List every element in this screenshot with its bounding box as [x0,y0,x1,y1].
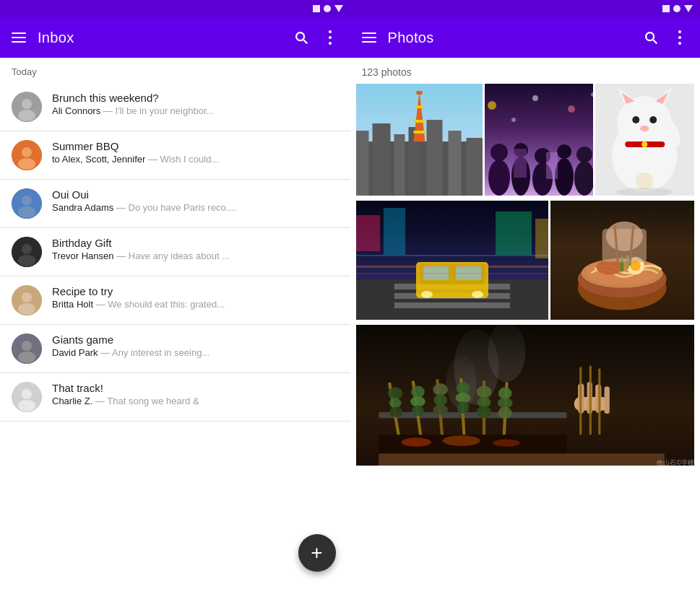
svg-rect-27 [356,131,369,196]
compose-fab[interactable]: + [298,534,336,572]
svg-rect-32 [448,131,461,196]
svg-rect-76 [394,302,510,308]
svg-point-40 [488,160,510,196]
svg-rect-33 [466,138,483,196]
photo-cell-street[interactable] [356,201,548,323]
svg-point-112 [389,407,402,418]
more-options-button[interactable] [321,29,339,46]
svg-rect-145 [379,453,665,466]
svg-rect-35 [416,91,422,95]
svg-point-127 [477,397,491,408]
photo-cell-bbq[interactable]: 他山石©字楼 [356,325,695,468]
svg-point-66 [640,126,649,131]
email-meta-brunch: Ali Connors — I'll be in your neighbor..… [52,105,339,116]
photo-bbq: 他山石©字楼 [356,325,695,466]
email-list: Brunch this weekend? Ali Connors — I'll … [0,83,350,422]
photo-noodles [550,201,695,320]
email-subject-brunch: Brunch this weekend? [52,92,339,104]
svg-point-124 [457,401,469,414]
svg-rect-31 [426,120,442,196]
menu-icon[interactable] [12,32,26,43]
email-subject-track: That track! [52,382,339,394]
photos-count: 123 photos [350,58,701,84]
svg-rect-84 [356,255,548,256]
photos-more-options-button[interactable] [671,29,688,46]
photos-row-2 [356,201,695,323]
svg-rect-87 [384,208,405,255]
photos-search-button[interactable] [642,29,660,46]
svg-point-4 [18,110,35,121]
avatar-charlie [12,382,42,412]
photos-status-icon-3 [684,5,693,12]
email-meta-ouioui: Sandra Adams — Do you have Paris reco...… [52,202,339,213]
email-body-track: That track! Charlie Z. — That song we he… [52,382,339,406]
photos-row-1 [356,84,695,198]
status-icon-2 [324,5,331,12]
search-button[interactable] [293,29,310,46]
svg-rect-29 [394,134,405,196]
photos-title: Photos [388,30,631,46]
svg-point-56 [511,118,516,122]
svg-point-12 [22,244,32,254]
email-item-recipe[interactable]: Recipe to try Britta Holt — We should ea… [0,276,350,325]
svg-point-81 [421,291,433,298]
avatar-sandra [12,188,42,219]
svg-rect-89 [535,219,548,258]
svg-point-22 [18,400,35,411]
svg-point-126 [476,385,491,398]
email-item-birthday[interactable]: Birthday Gift Trevor Hansen — Have any i… [0,228,350,276]
svg-rect-83 [356,266,548,268]
svg-point-23 [646,32,654,40]
svg-point-69 [641,141,647,147]
email-subject-giants: Giants game [52,333,339,346]
photo-cell-cat[interactable] [595,84,695,198]
svg-rect-36 [415,105,423,108]
email-body-ouioui: Oui Oui Sandra Adams — Do you have Paris… [52,188,339,213]
svg-point-132 [498,407,511,419]
photos-row-3: 他山石©字楼 [356,325,695,468]
photo-tokyo [356,84,483,196]
svg-point-120 [433,405,448,416]
svg-point-52 [488,101,496,110]
svg-rect-28 [372,123,390,196]
photos-status-icon-2 [673,5,680,12]
email-subject-bbq: Summer BBQ [52,140,339,152]
svg-rect-85 [356,273,548,274]
svg-point-110 [387,388,402,400]
section-label-today: Today [0,58,350,83]
email-item-giants[interactable]: Giants game David Park — Any interest in… [0,325,350,373]
svg-point-116 [412,406,424,416]
photo-cell-crowd[interactable] [485,84,593,198]
inbox-status-bar [0,0,350,17]
photo-cell-tokyo[interactable] [356,84,483,198]
photo-street [356,201,548,320]
svg-point-15 [22,292,32,302]
email-item-bbq[interactable]: Summer BBQ to Alex, Scott, Jennifer — Wi… [0,131,350,180]
photos-app-bar: Photos [350,17,701,58]
email-meta-birthday: Trevor Hansen — Have any ideas about ... [52,250,339,261]
svg-point-49 [576,147,592,162]
svg-point-118 [433,383,448,396]
svg-point-123 [455,393,470,403]
photo-cell-noodles[interactable] [550,201,695,323]
email-item-brunch[interactable]: Brunch this weekend? Ali Connors — I'll … [0,83,350,131]
email-body-giants: Giants game David Park — Any interest in… [52,333,339,358]
svg-point-3 [22,99,32,109]
email-item-track[interactable]: That track! Charlie Z. — That song we he… [0,373,350,422]
status-icon-1 [313,5,320,12]
photo-crowd [485,84,593,196]
svg-rect-141 [604,387,609,414]
status-icon-3 [334,5,343,12]
svg-rect-37 [414,120,424,123]
svg-point-70 [636,173,653,190]
email-body-birthday: Birthday Gift Trevor Hansen — Have any i… [52,237,339,261]
svg-point-18 [22,341,32,351]
svg-point-131 [497,398,512,409]
svg-point-101 [605,222,642,251]
photos-status-icon-1 [662,5,670,12]
photos-menu-icon[interactable] [362,32,376,43]
svg-rect-50 [514,149,527,178]
email-item-ouioui[interactable]: Oui Oui Sandra Adams — Do you have Paris… [0,180,350,228]
avatar-ali [12,92,42,122]
svg-point-7 [18,158,35,170]
